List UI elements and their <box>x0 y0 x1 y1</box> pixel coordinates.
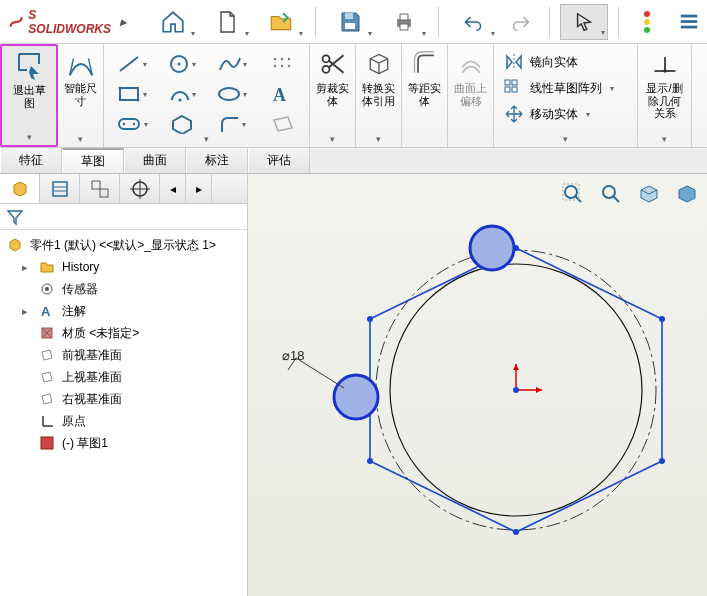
options-button[interactable] <box>671 4 707 40</box>
save-button[interactable]: ▾ <box>326 4 374 40</box>
new-button[interactable]: ▾ <box>203 4 251 40</box>
convert-label: 转换实 体引用 <box>362 82 395 107</box>
svg-point-19 <box>118 87 121 90</box>
svg-text:A: A <box>273 85 286 104</box>
smart-dim-label: 智能尺 寸 <box>64 82 97 107</box>
smart-dimension-button[interactable]: 智能尺 寸 <box>62 46 99 109</box>
tab-features[interactable]: 特征 <box>0 148 62 173</box>
exit-sketch-icon <box>13 50 45 82</box>
scissors-icon <box>319 50 347 78</box>
ellipse-tool[interactable]: ▾ <box>210 80 254 108</box>
slot-tool[interactable]: ▾ <box>110 110 154 138</box>
line-icon <box>117 54 141 74</box>
property-tab[interactable] <box>40 174 80 203</box>
undo-button[interactable]: ▾ <box>449 4 497 40</box>
trim-label: 剪裁实 体 <box>316 82 349 107</box>
svg-rect-7 <box>680 25 697 28</box>
tree-item-annotation[interactable]: ▸A注解 <box>4 300 243 322</box>
offset-button[interactable]: 等距实 体 <box>406 46 443 109</box>
display-relations-button[interactable]: 显示/删 除几何 关系 <box>644 46 684 122</box>
tab-annotate[interactable]: 标注 <box>186 148 248 173</box>
linear-pattern-button[interactable]: 线性草图阵列 ▾ <box>504 78 614 98</box>
dropdown-caret-icon[interactable]: ▾ <box>563 134 568 144</box>
arc-tool[interactable]: ▾ <box>160 80 204 108</box>
dropdown-caret-icon[interactable]: ▾ <box>376 134 381 144</box>
graphics-viewport[interactable]: ⌀18 <box>248 174 707 596</box>
move-button[interactable]: 移动实体 ▾ <box>504 104 614 124</box>
tree-root[interactable]: 零件1 (默认) <<默认>_显示状态 1> <box>4 234 243 256</box>
ellipse-icon <box>217 85 241 103</box>
slot-icon <box>116 116 142 132</box>
text-tool[interactable]: A <box>260 80 304 108</box>
tab-sketch[interactable]: 草图 <box>62 148 124 173</box>
tree-item-origin[interactable]: 原点 <box>4 410 243 432</box>
feature-tree-tab[interactable] <box>0 174 40 203</box>
annotation-icon: A <box>40 304 54 318</box>
brand-dropdown-icon[interactable]: ▸ <box>120 15 129 29</box>
plane-icon <box>40 370 54 384</box>
tree-item-history[interactable]: ▸History <box>4 256 243 278</box>
dropdown-caret-icon[interactable]: ▾ <box>78 134 83 144</box>
anchor-circle-top[interactable] <box>470 226 514 270</box>
plane-icon <box>271 114 293 134</box>
polygon-icon <box>171 114 193 134</box>
tree-item-sensor[interactable]: 传感器 <box>4 278 243 300</box>
polygon-tool[interactable] <box>160 110 204 138</box>
circle-tool[interactable]: ▾ <box>160 50 204 78</box>
filter-icon[interactable] <box>6 208 24 226</box>
tree-item-front-plane[interactable]: 前视基准面 <box>4 344 243 366</box>
dropdown-caret-icon[interactable]: ▾ <box>662 134 667 144</box>
convert-entities-button[interactable]: 转换实 体引用 <box>360 46 397 109</box>
tab-surface[interactable]: 曲面 <box>124 148 186 173</box>
dimension-icon <box>66 49 96 79</box>
main-area: ◂ ▸ 零件1 (默认) <<默认>_显示状态 1> ▸History 传感器 … <box>0 174 707 596</box>
svg-point-70 <box>367 316 373 322</box>
redo-button[interactable] <box>503 4 539 40</box>
plane-icon <box>40 392 54 406</box>
pattern-icon <box>504 79 524 97</box>
open-button[interactable]: ▾ <box>257 4 305 40</box>
print-button[interactable]: ▾ <box>380 4 428 40</box>
svg-rect-32 <box>512 80 517 85</box>
cube-icon <box>365 50 393 78</box>
rectangle-tool[interactable]: ▾ <box>110 80 154 108</box>
config-tab[interactable] <box>80 174 120 203</box>
offset-group: 等距实 体 <box>402 44 448 147</box>
scroll-right[interactable]: ▸ <box>186 174 212 203</box>
scroll-left[interactable]: ◂ <box>160 174 186 203</box>
dim-tab[interactable] <box>120 174 160 203</box>
point-tool[interactable] <box>260 50 304 78</box>
print-icon <box>392 10 416 34</box>
dropdown-caret-icon[interactable]: ▾ <box>204 134 209 144</box>
svg-rect-33 <box>505 87 510 92</box>
fillet-tool[interactable]: ▾ <box>210 110 254 138</box>
dropdown-caret-icon[interactable]: ▾ <box>330 134 335 144</box>
diameter-dimension[interactable]: ⌀18 <box>282 348 344 388</box>
svg-rect-54 <box>41 437 53 449</box>
svg-rect-3 <box>400 14 408 20</box>
spline-tool[interactable]: ▾ <box>210 50 254 78</box>
tree-item-right-plane[interactable]: 右视基准面 <box>4 388 243 410</box>
tree-item-sketch1[interactable]: (-) 草图1 <box>4 432 243 454</box>
line-tool[interactable]: ▾ <box>110 50 154 78</box>
surface-offset-icon <box>457 50 485 78</box>
tree-item-material[interactable]: 材质 <未指定> <box>4 322 243 344</box>
list-icon <box>678 11 700 33</box>
exit-sketch-button[interactable]: 退出草 图 <box>11 48 48 111</box>
surface-offset-button: 曲面上 偏移 <box>452 46 489 109</box>
anchor-circle-left[interactable] <box>334 375 378 419</box>
mirror-button[interactable]: 镜向实体 <box>504 52 614 72</box>
trim-button[interactable]: 剪裁实 体 <box>314 46 351 109</box>
home-button[interactable]: ▾ <box>149 4 197 40</box>
tree-item-top-plane[interactable]: 上视基准面 <box>4 366 243 388</box>
dropdown-caret-icon[interactable]: ▾ <box>27 132 32 142</box>
svg-point-69 <box>367 458 373 464</box>
tab-evaluate[interactable]: 评估 <box>248 148 310 173</box>
rebuild-button[interactable] <box>629 4 665 40</box>
svg-rect-4 <box>400 24 408 30</box>
svg-rect-18 <box>120 88 138 100</box>
select-button[interactable]: ▾ <box>560 4 608 40</box>
home-icon <box>160 9 186 35</box>
svg-rect-1 <box>345 23 355 29</box>
plane-tool[interactable] <box>260 110 304 138</box>
